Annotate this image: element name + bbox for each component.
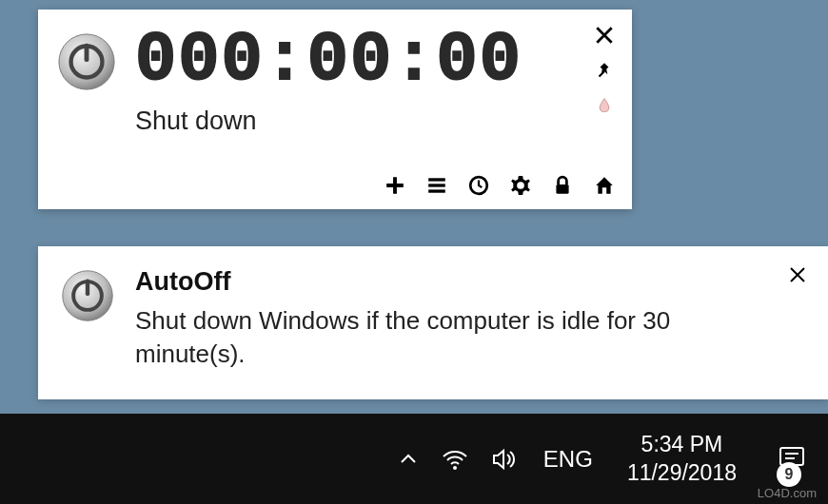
notification-body: Shut down Windows if the computer is idl… <box>135 304 767 371</box>
language-indicator[interactable]: ENG <box>540 446 597 473</box>
watermark-badge: 9 <box>777 462 801 487</box>
gear-icon[interactable] <box>510 175 531 196</box>
timer-window: 000:00:00 Shut down <box>38 10 632 209</box>
timer-body: 000:00:00 Shut down <box>135 27 613 136</box>
wifi-icon[interactable] <box>441 445 469 474</box>
pin-icon[interactable] <box>594 61 615 82</box>
timer-top-row: 000:00:00 Shut down <box>57 27 613 136</box>
svg-rect-12 <box>86 280 89 297</box>
timer-side-toolbar <box>594 25 615 112</box>
volume-icon[interactable] <box>490 445 519 474</box>
drop-icon[interactable] <box>597 97 612 112</box>
svg-rect-6 <box>428 189 445 192</box>
clock-icon[interactable] <box>468 175 489 196</box>
close-icon[interactable] <box>594 25 615 46</box>
notification-toast: AutoOff Shut down Windows if the compute… <box>38 246 828 399</box>
notification-content: AutoOff Shut down Windows if the compute… <box>61 267 805 371</box>
timer-digits: 000:00:00 <box>135 27 613 95</box>
svg-point-8 <box>517 182 524 189</box>
lock-icon[interactable] <box>552 175 573 196</box>
system-tray: ENG 5:34 PM 11/29/2018 <box>397 431 820 488</box>
watermark-text: LO4D.com <box>758 486 817 500</box>
add-icon[interactable] <box>384 175 405 196</box>
close-icon[interactable] <box>788 265 807 284</box>
svg-point-13 <box>453 466 457 470</box>
taskbar: ENG 5:34 PM 11/29/2018 <box>0 414 828 504</box>
power-icon <box>61 269 114 322</box>
notification-text: AutoOff Shut down Windows if the compute… <box>135 267 805 371</box>
svg-rect-5 <box>428 184 445 186</box>
home-icon[interactable] <box>594 175 615 196</box>
timer-bottom-toolbar <box>384 175 615 196</box>
timer-action-label: Shut down <box>135 107 613 136</box>
notification-title: AutoOff <box>135 267 767 297</box>
svg-rect-2 <box>85 44 89 62</box>
taskbar-time: 5:34 PM <box>627 431 737 459</box>
tray-chevron-up-icon[interactable] <box>397 448 420 471</box>
taskbar-date: 11/29/2018 <box>627 459 737 488</box>
taskbar-clock[interactable]: 5:34 PM 11/29/2018 <box>618 431 746 488</box>
power-icon <box>57 32 116 91</box>
svg-rect-4 <box>428 178 445 181</box>
menu-icon[interactable] <box>426 175 447 196</box>
svg-rect-9 <box>556 184 568 194</box>
